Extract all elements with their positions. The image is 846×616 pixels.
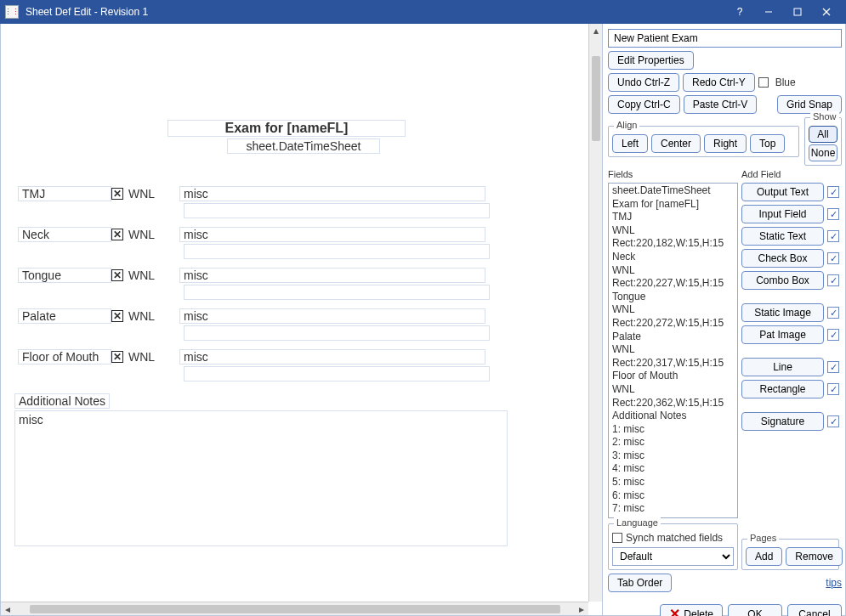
rectangle-show-checkbox[interactable]: ✓: [827, 383, 839, 395]
add-line-button[interactable]: Line: [741, 358, 824, 376]
misc-field[interactable]: misc: [179, 227, 485, 242]
combo-box-show-checkbox[interactable]: ✓: [827, 274, 839, 286]
static-text-show-checkbox[interactable]: ✓: [827, 230, 839, 242]
fields-list-item[interactable]: WNL: [612, 264, 734, 278]
fields-list-item[interactable]: Floor of Mouth: [612, 370, 734, 383]
wnl-checkbox[interactable]: ✕: [111, 188, 123, 200]
add-input-field-button[interactable]: Input Field: [741, 205, 824, 223]
wnl-checkbox[interactable]: ✕: [111, 310, 123, 322]
fields-list-item[interactable]: WNL: [612, 303, 734, 317]
delete-button[interactable]: ✕Delete: [660, 604, 723, 616]
fields-list-item[interactable]: 6: misc: [612, 489, 734, 503]
add-combo-box-button[interactable]: Combo Box: [741, 271, 824, 290]
tips-link[interactable]: tips: [826, 577, 842, 589]
close-icon[interactable]: [812, 0, 841, 24]
scroll-up-icon[interactable]: ▴: [589, 24, 603, 37]
edit-properties-button[interactable]: Edit Properties: [608, 51, 694, 70]
minimize-icon[interactable]: [754, 0, 783, 24]
synch-checkbox[interactable]: [612, 533, 622, 543]
scroll-right-icon[interactable]: ▸: [575, 602, 588, 616]
maximize-icon[interactable]: [783, 0, 812, 24]
redo-button[interactable]: Redo Ctrl-Y: [683, 73, 755, 92]
fields-list-item[interactable]: 7: misc: [612, 502, 734, 516]
exam-row-label[interactable]: TMJ: [18, 186, 111, 201]
fields-list-item[interactable]: Rect:220,317,W:15,H:15: [612, 357, 734, 370]
align-left-button[interactable]: Left: [612, 134, 648, 153]
fields-list-item[interactable]: 4: misc: [612, 462, 734, 476]
exam-row-label[interactable]: Floor of Mouth: [18, 349, 111, 365]
fields-list-item[interactable]: Tongue: [612, 291, 734, 304]
help-icon[interactable]: ?: [725, 0, 754, 24]
misc-field-ext[interactable]: [184, 203, 490, 218]
fields-list-item[interactable]: Rect:220,182,W:15,H:15: [612, 237, 734, 251]
page-remove-button[interactable]: Remove: [786, 547, 843, 566]
signature-show-checkbox[interactable]: ✓: [827, 415, 839, 427]
copy-button[interactable]: Copy Ctrl-C: [608, 95, 680, 114]
fields-list-item[interactable]: 3: misc: [612, 449, 734, 463]
fields-list-item[interactable]: 1: misc: [612, 423, 734, 437]
additional-notes-body[interactable]: misc: [14, 410, 508, 546]
add-signature-button[interactable]: Signature: [741, 412, 824, 431]
blue-checkbox[interactable]: [758, 77, 769, 88]
fields-list-item[interactable]: WNL: [612, 383, 734, 397]
add-check-box-button[interactable]: Check Box: [741, 249, 824, 268]
scroll-left-icon[interactable]: ◂: [1, 602, 14, 616]
static-image-show-checkbox[interactable]: ✓: [827, 307, 839, 319]
misc-field[interactable]: misc: [179, 308, 485, 324]
show-none-button[interactable]: None: [809, 144, 837, 161]
fields-list-item[interactable]: Rect:220,272,W:15,H:15: [612, 317, 734, 331]
design-canvas[interactable]: Exam for [nameFL] sheet.DateTimeSheet TM…: [1, 24, 588, 602]
add-static-image-button[interactable]: Static Image: [741, 303, 824, 322]
misc-field-ext[interactable]: [184, 244, 490, 259]
pat-image-show-checkbox[interactable]: ✓: [827, 329, 839, 341]
fields-list-item[interactable]: TMJ: [612, 211, 734, 224]
exam-row-label[interactable]: Neck: [18, 227, 111, 242]
align-top-button[interactable]: Top: [750, 134, 785, 153]
fields-list-item[interactable]: 2: misc: [612, 436, 734, 449]
fields-list-item[interactable]: Rect:220,362,W:15,H:15: [612, 397, 734, 410]
misc-field[interactable]: misc: [179, 186, 485, 201]
fields-list-item[interactable]: Neck: [612, 251, 734, 264]
input-field-show-checkbox[interactable]: ✓: [827, 208, 839, 220]
show-all-button[interactable]: All: [809, 126, 837, 143]
datetime-field[interactable]: sheet.DateTimeSheet: [227, 138, 380, 154]
fields-list[interactable]: sheet.DateTimeSheetExam for [nameFL]TMJW…: [608, 183, 738, 518]
misc-field-ext[interactable]: [184, 366, 490, 381]
ok-button[interactable]: OK: [728, 604, 782, 616]
align-right-button[interactable]: Right: [704, 134, 747, 153]
fields-list-item[interactable]: sheet.DateTimeSheet: [612, 184, 734, 198]
wnl-checkbox[interactable]: ✕: [111, 351, 123, 363]
misc-field-ext[interactable]: [184, 325, 490, 341]
line-show-checkbox[interactable]: ✓: [827, 361, 839, 373]
misc-field-ext[interactable]: [184, 285, 490, 300]
check-box-show-checkbox[interactable]: ✓: [827, 252, 839, 264]
undo-button[interactable]: Undo Ctrl-Z: [608, 73, 679, 92]
wnl-checkbox[interactable]: ✕: [111, 269, 123, 281]
exam-row-label[interactable]: Tongue: [18, 268, 111, 283]
align-center-button[interactable]: Center: [651, 134, 701, 153]
exam-row-label[interactable]: Palate: [18, 308, 111, 324]
paste-button[interactable]: Paste Ctrl-V: [684, 95, 758, 114]
tab-order-button[interactable]: Tab Order: [608, 574, 672, 592]
output-text-show-checkbox[interactable]: ✓: [827, 186, 839, 198]
scroll-thumb-v[interactable]: [592, 56, 600, 141]
language-select[interactable]: Default: [612, 547, 734, 566]
page-add-button[interactable]: Add: [746, 547, 782, 566]
fields-list-item[interactable]: Exam for [nameFL]: [612, 198, 734, 212]
fields-list-item[interactable]: 5: misc: [612, 476, 734, 489]
scroll-thumb-h[interactable]: [30, 605, 560, 613]
vertical-scrollbar[interactable]: ▴: [588, 24, 602, 602]
fields-list-item[interactable]: Palate: [612, 331, 734, 344]
add-rectangle-button[interactable]: Rectangle: [741, 380, 824, 398]
add-pat-image-button[interactable]: Pat Image: [741, 325, 824, 344]
cancel-button[interactable]: Cancel: [787, 604, 842, 616]
additional-notes-label[interactable]: Additional Notes: [14, 393, 110, 409]
add-static-text-button[interactable]: Static Text: [741, 227, 824, 246]
exam-title-field[interactable]: Exam for [nameFL]: [167, 120, 406, 137]
misc-field[interactable]: misc: [179, 268, 485, 283]
sheet-name-input[interactable]: [608, 29, 842, 48]
horizontal-scrollbar[interactable]: ◂ ▸: [1, 602, 588, 615]
fields-list-item[interactable]: WNL: [612, 343, 734, 357]
fields-list-item[interactable]: Additional Notes: [612, 410, 734, 423]
add-output-text-button[interactable]: Output Text: [741, 183, 824, 201]
